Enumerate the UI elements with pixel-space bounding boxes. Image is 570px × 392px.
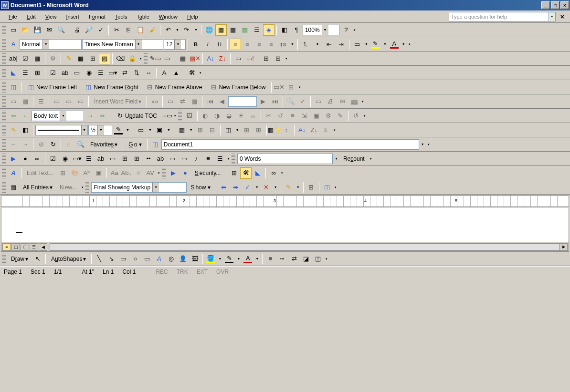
toolbar-grip[interactable] [2,139,6,150]
demote-button[interactable]: → [84,110,96,122]
insert-wordart-button[interactable]: A [8,167,19,179]
sort-asc2-button[interactable]: A↓ [296,124,308,136]
review-mode-combo[interactable]: Final Showing Markup▼ [91,182,187,193]
shading-dropdown[interactable]: ▼ [166,124,172,136]
vb-text-button[interactable]: ab [95,153,106,165]
command-button[interactable]: ▭ [71,67,83,79]
stop-button[interactable]: ⊘ [35,139,47,150]
rotate-left-button[interactable]: ↺ [275,110,286,122]
draw-table-button[interactable]: ✎ [63,53,74,64]
help-dropdown[interactable]: ▼ [549,12,556,21]
design-mode2-button[interactable]: ◣ [252,167,264,179]
mm-prev-button[interactable]: ◀ [216,96,228,107]
address-combo[interactable]: Document1 [161,139,419,150]
help-button[interactable]: ? [340,24,352,36]
listbox-button[interactable]: ☰ [95,67,106,79]
arrow-button[interactable]: ↘ [106,253,117,265]
autotext-button[interactable]: ▭ [161,53,173,64]
transparent-button[interactable]: ✎ [335,110,346,122]
all-entries-button[interactable]: All Entries ▾ [20,182,56,193]
redo-button[interactable]: ↷ [181,24,192,36]
toolbar-grip[interactable] [144,53,148,64]
autotext-icon-button[interactable]: ▦ [8,182,19,193]
sort-desc-button[interactable]: Z↓ [217,53,228,64]
font-color2-button[interactable]: A [242,253,253,265]
favorites-button[interactable]: Favorites ▾ [87,139,121,150]
merge-cells-button[interactable]: ⊞ [195,124,206,136]
mm-merge-print-button[interactable]: 🖨 [325,96,336,107]
accept-dropdown[interactable]: ▼ [254,182,260,193]
mm-merge-doc-button[interactable]: ▭ [313,96,324,107]
wordart-spacing-button[interactable]: AV [145,167,156,179]
more-bright-button[interactable]: ☀ [235,110,247,122]
line-color-dropdown[interactable]: ▼ [235,253,242,265]
wordart-wrap-button[interactable]: ▣ [93,167,105,179]
font-size-combo[interactable]: 12▼ [164,39,186,50]
outline-level-combo[interactable]: Body text▼ [32,111,84,121]
control-toolbox-button[interactable]: 🛠 [240,167,252,179]
status-ext[interactable]: EXT [197,268,208,275]
insert-table2-button[interactable]: ▦ [75,53,86,64]
toolbar-options[interactable]: ▾ [332,124,337,136]
align-right-button[interactable]: ≡ [253,39,265,50]
show-hide-button[interactable]: ¶ [291,24,302,36]
line-color-button[interactable]: ✎ [223,253,235,265]
undo-button[interactable]: ↶ [162,24,174,36]
wordart-vertical-button[interactable]: Ab↓ [121,167,132,179]
format-wordart-button[interactable]: 🎨 [69,167,81,179]
mm-greeting-button[interactable]: ▭ [63,96,74,107]
address-block-button[interactable]: ⊞ [260,53,272,64]
columns-button[interactable]: ☰ [251,24,263,36]
more-contrast-button[interactable]: ◑ [211,110,223,122]
outline-view-button[interactable]: ☰ [30,243,38,251]
vb-props-button[interactable]: ☰ [214,153,226,165]
align-cell-dropdown[interactable]: ▼ [234,124,241,136]
run-macro2-button[interactable]: ▶ [168,167,179,179]
search-button[interactable]: 🔍 [55,24,67,36]
mm-highlight-button[interactable]: ▭ [165,96,176,107]
hscroll-right-button[interactable]: ▶ [559,244,567,250]
picture-button[interactable]: 🖼 [189,253,201,265]
highlight-dropdown[interactable]: ▼ [382,39,388,50]
text-wrap-button[interactable]: ▣ [311,110,322,122]
vb-textarea-button[interactable]: ▭ [107,153,118,165]
next-change-button[interactable]: ➡ [230,182,242,193]
mm-setup-button[interactable]: ▭ [8,96,19,107]
text-direction-button[interactable]: ↕ [281,124,292,136]
autoformat-button[interactable]: ▦✨ [269,124,280,136]
less-contrast-button[interactable]: ◒ [223,110,235,122]
vb-image-button[interactable]: ▭ [167,153,178,165]
tables-borders-button[interactable]: ▦ [215,24,227,36]
view-code-button[interactable]: ⊞ [32,67,43,79]
shading-button[interactable]: ▨ [99,53,110,64]
promote-heading-button[interactable]: ⬅ [8,110,19,122]
copy-button[interactable]: ⎘ [123,24,134,36]
undo-dropdown[interactable]: ▼ [174,24,180,36]
vb-option-button[interactable]: ◉ [59,153,71,165]
align-center-button[interactable]: ≡ [242,39,253,50]
arrow-style-button[interactable]: ⇄ [288,253,300,265]
toolbar-options[interactable]: ▾ [297,82,302,93]
reset-pic-button[interactable]: ↺ [350,110,362,122]
line-style-pic-button[interactable]: ≡ [287,110,298,122]
select-objects-button[interactable]: ↖ [32,253,43,265]
bullets-button[interactable]: • [312,39,323,50]
paste-button[interactable]: 📋 [135,24,146,36]
increase-indent-button[interactable]: ⇥ [336,39,347,50]
toolbar-options[interactable]: ▾ [173,110,178,122]
web-view-button[interactable]: ◫ [11,243,20,251]
insert-word-field-button[interactable]: Insert Word Field ▾ [91,96,145,107]
mm-labels-button[interactable]: ▦ [189,96,200,107]
back-button[interactable]: ← [8,139,19,150]
line-button[interactable]: ╲ [94,253,105,265]
borders-button[interactable]: ▭ [351,39,363,50]
security-button[interactable]: ∞ [32,153,43,165]
line-style-button[interactable]: ≡ [264,253,276,265]
print-button[interactable]: 🖨 [71,24,83,36]
crop-button[interactable]: ✂ [263,110,274,122]
toolbar-options[interactable]: ▾ [138,53,143,64]
3d-button[interactable]: ◫ [312,253,324,265]
wordart-align-button[interactable]: ≡ [133,167,144,179]
document-area[interactable] [1,208,569,242]
shadow-button[interactable]: ◪ [300,253,312,265]
